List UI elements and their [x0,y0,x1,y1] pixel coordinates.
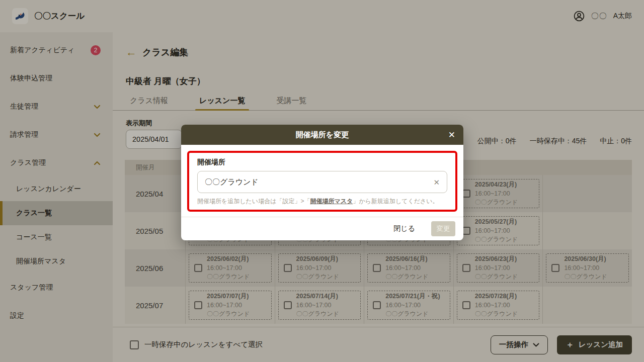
venue-change-modal: 開催場所を変更 ✕ 開催場所 〇〇グラウンド ✕ 開催場所を追加したい場合は「設… [181,125,463,240]
modal-footer: 閉じる 変更 [181,217,463,240]
close-icon[interactable]: ✕ [448,131,455,139]
venue-master-link[interactable]: 開催場所マスタ [310,198,353,205]
venue-field-label: 開催場所 [197,158,447,167]
venue-hint-text: 開催場所を追加したい場合は「設定」>「開催場所マスタ」から新規追加してください。 [197,197,447,206]
modal-body: 開催場所 〇〇グラウンド ✕ 開催場所を追加したい場合は「設定」>「開催場所マス… [181,145,463,217]
venue-input[interactable]: 〇〇グラウンド ✕ [197,171,447,193]
modal-close-button[interactable]: 閉じる [390,224,418,234]
modal-submit-button[interactable]: 変更 [431,221,455,236]
hint-prefix: 開催場所を追加したい場合は「設定」>「 [197,198,310,205]
modal-header: 開催場所を変更 ✕ [181,125,463,145]
app-root: 〇〇スクール 〇〇 A太郎 新着アクティビティ2体験申込管理生徒管理請求管理クラ… [0,0,644,362]
highlight-red-box: 開催場所 〇〇グラウンド ✕ 開催場所を追加したい場合は「設定」>「開催場所マス… [187,151,457,212]
clear-input-icon[interactable]: ✕ [433,178,440,186]
venue-input-value: 〇〇グラウンド [205,177,259,187]
modal-title: 開催場所を変更 [296,130,349,140]
hint-suffix: 」から新規追加してください。 [353,198,438,205]
